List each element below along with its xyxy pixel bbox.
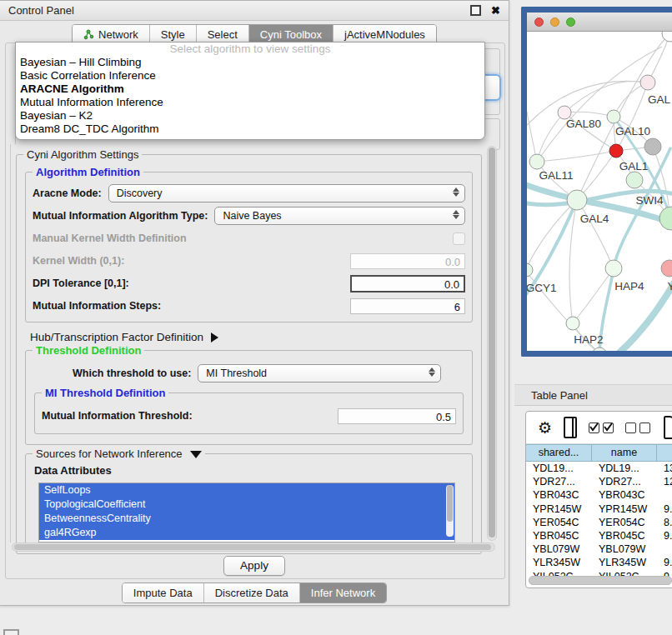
table-cell[interactable]: YBR045C: [526, 529, 592, 542]
sources-group: Sources for Network Inference Data Attri…: [25, 453, 473, 550]
table-cell[interactable]: YER054C: [592, 516, 657, 529]
gear-icon[interactable]: ⚙: [538, 420, 552, 436]
node-gray[interactable]: [644, 138, 661, 155]
close-traffic-light-icon[interactable]: [534, 18, 544, 27]
mi-threshold-field[interactable]: 0.5: [338, 408, 456, 424]
node-hap2[interactable]: [566, 317, 579, 330]
table-horizontal-scrollbar[interactable]: [529, 576, 672, 585]
tab-label: Style: [161, 28, 185, 41]
sources-title: Sources for Network Inference: [36, 448, 183, 460]
column-header[interactable]: [657, 444, 672, 462]
table-cell[interactable]: YER054C: [526, 516, 592, 529]
table-cell[interactable]: YBR043C: [526, 488, 592, 502]
list-item[interactable]: TopologicalCoefficient: [39, 498, 454, 512]
table-cell[interactable]: YDL19...: [526, 462, 592, 475]
node[interactable]: [640, 75, 655, 90]
control-panel-titlebar: Control Panel ✖: [0, 1, 509, 21]
mi-type-label: Mutual Information Algorithm Type:: [33, 210, 208, 222]
manual-kernel-checkbox[interactable]: [453, 232, 465, 245]
node-hap4[interactable]: [605, 260, 622, 277]
mi-type-combobox[interactable]: Naive Bayes: [214, 207, 465, 225]
list-item[interactable]: SelfLoops: [39, 483, 454, 498]
node-gcy1[interactable]: [527, 263, 533, 277]
node-labels: GAL GAL80 GAL10 GAL1 GAL11 SWI4 GAL4 GCY…: [527, 93, 672, 346]
network-graph: GAL GAL80 GAL10 GAL1 GAL11 SWI4 GAL4 GCY…: [527, 32, 672, 351]
table-cell[interactable]: YPR145W: [592, 502, 657, 516]
table-cell[interactable]: YDR27...: [592, 475, 657, 488]
table-cell[interactable]: 9.: [657, 556, 672, 569]
settings-horizontal-scrollbar[interactable]: [12, 542, 495, 552]
tab-impute-data[interactable]: Impute Data: [123, 583, 203, 602]
which-threshold-combobox[interactable]: MI Threshold: [198, 364, 441, 382]
spinner-arrows-icon: [453, 188, 459, 197]
dropdown-item[interactable]: Bayesian – K2: [16, 109, 484, 122]
apply-button[interactable]: Apply: [223, 556, 285, 576]
table-cell[interactable]: 9.: [657, 529, 672, 542]
close-icon[interactable]: ✖: [491, 5, 500, 16]
spinner-arrows-icon: [429, 368, 435, 377]
network-canvas[interactable]: GAL GAL80 GAL10 GAL1 GAL11 SWI4 GAL4 GCY…: [527, 32, 672, 351]
network-view-window: GAL GAL80 GAL10 GAL1 GAL11 SWI4 GAL4 GCY…: [521, 7, 672, 357]
table-cell[interactable]: YLR345W: [592, 556, 657, 569]
tab-label: Discretize Data: [215, 587, 288, 599]
list-item[interactable]: gal4RGexp: [39, 526, 454, 540]
dropdown-item[interactable]: Bayesian – Hill Climbing: [16, 56, 484, 69]
node-gal10[interactable]: [607, 110, 620, 123]
list-item[interactable]: BetweennessCentrality: [39, 512, 454, 526]
table-cell[interactable]: YBR043C: [592, 488, 657, 502]
table-cell[interactable]: [657, 542, 672, 556]
float-window-icon[interactable]: [470, 5, 481, 16]
node-swi4[interactable]: [659, 207, 672, 230]
table-cell[interactable]: 9.: [657, 502, 672, 516]
tab-infer-network[interactable]: Infer Network: [299, 583, 386, 602]
table-cell[interactable]: [657, 488, 672, 502]
bottom-tab-row: Impute Data Discretize Data Infer Networ…: [0, 582, 509, 603]
columns-icon[interactable]: [564, 417, 577, 438]
table-cell[interactable]: 8.: [657, 516, 672, 529]
table-cell[interactable]: YPR145W: [526, 502, 592, 516]
node-red-selected[interactable]: [609, 144, 623, 158]
column-header[interactable]: shared...: [526, 444, 592, 462]
dropdown-item-selected[interactable]: ARACNE Algorithm: [16, 82, 484, 96]
mi-steps-field[interactable]: 6: [350, 298, 465, 314]
table-cell[interactable]: YDR27...: [526, 475, 592, 488]
table-cell[interactable]: 13: [657, 462, 672, 475]
mi-threshold-label: Mutual Information Threshold:: [42, 410, 193, 422]
node-salmon[interactable]: [661, 260, 672, 277]
dropdown-item[interactable]: Dream8 DC_TDC Algorithm: [16, 122, 484, 136]
export-table-icon[interactable]: [664, 416, 672, 439]
hub-definition-toggle[interactable]: Hub/Transcription Factor Definition: [30, 331, 476, 343]
table-cell[interactable]: YDL19...: [592, 462, 657, 475]
group-title: MI Threshold Definition: [42, 387, 168, 399]
aracne-mode-combobox[interactable]: Discovery: [108, 184, 465, 202]
node-gal11[interactable]: [529, 154, 544, 169]
minimize-traffic-light-icon[interactable]: [550, 18, 559, 27]
table-cell[interactable]: 12: [657, 475, 672, 488]
select-all-icon[interactable]: [589, 422, 614, 433]
node-label: HAP2: [574, 333, 603, 346]
dropdown-item[interactable]: Basic Correlation Inference: [16, 69, 484, 82]
node-label: HAP4: [614, 280, 644, 292]
sources-toggle[interactable]: Sources for Network Inference: [33, 448, 205, 460]
zoom-traffic-light-icon[interactable]: [566, 18, 575, 27]
column-header[interactable]: name: [592, 444, 657, 462]
table-cell[interactable]: YBL079W: [592, 542, 657, 556]
node-gal1[interactable]: [626, 172, 643, 188]
node-label: GCY1: [527, 282, 556, 294]
minimized-panel-icon[interactable]: [3, 629, 19, 635]
kernel-width-field[interactable]: 0.0: [350, 253, 465, 269]
settings-vertical-scrollbar[interactable]: [487, 146, 497, 541]
table-cell[interactable]: YBR045C: [592, 529, 657, 542]
table-cell[interactable]: YBL079W: [526, 542, 592, 556]
node-label: GAL10: [615, 125, 650, 138]
table-cell[interactable]: YLR345W: [526, 556, 592, 569]
table-panel-title: Table Panel: [531, 389, 588, 402]
which-threshold-label: Which threshold to use:: [73, 368, 191, 379]
deselect-all-icon[interactable]: [625, 422, 650, 433]
node-gal4[interactable]: [567, 190, 587, 210]
tab-discretize-data[interactable]: Discretize Data: [203, 583, 299, 602]
dropdown-item[interactable]: Mutual Information Inference: [16, 96, 484, 109]
dpi-tolerance-field[interactable]: 0.0: [350, 275, 465, 292]
list-scrollbar[interactable]: [446, 485, 454, 537]
spinner-arrows-icon: [453, 210, 459, 219]
